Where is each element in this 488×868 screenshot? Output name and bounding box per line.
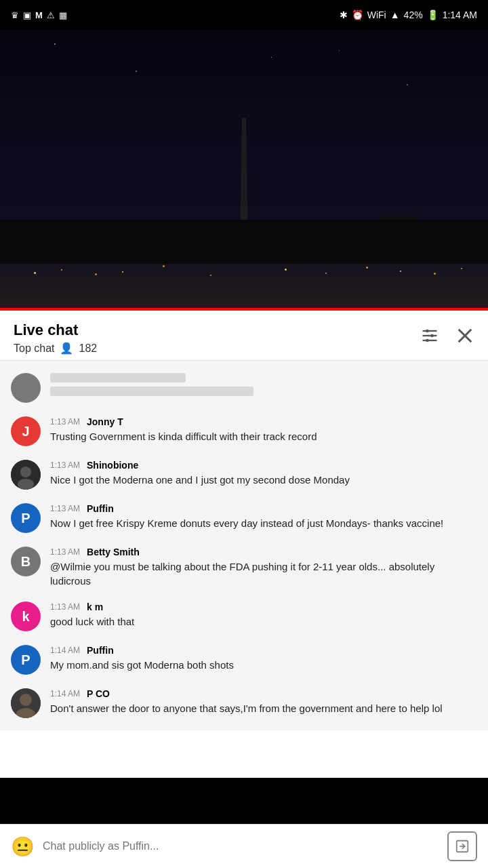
- chat-panel: Live chat Top chat 👤 182: [0, 311, 488, 778]
- battery-percent: 42%: [404, 9, 423, 20]
- message-content: 1:13 AM Shinobione Nice I got the Modern…: [50, 460, 477, 487]
- message-text: @Wilmie you must be talking about the FD…: [50, 559, 477, 588]
- send-button[interactable]: [447, 831, 477, 861]
- list-item: B 1:13 AM Betty Smith @Wilmie you must b…: [0, 540, 488, 595]
- message-content: 1:13 AM Jonny T Trusting Government is k…: [50, 416, 477, 443]
- avatar: P: [11, 645, 41, 675]
- message-text: Now I get free Krispy Kreme donuts every…: [50, 516, 477, 530]
- message-content: 1:13 AM Puffin Now I get free Krispy Kre…: [50, 503, 477, 530]
- wifi-icon: WiFi: [367, 9, 386, 20]
- video-player[interactable]: [0, 30, 488, 308]
- status-icons-right: ✱ ⏰ WiFi ▲ 42% 🔋 1:14 AM: [340, 9, 477, 20]
- list-item: P 1:13 AM Puffin Now I get free Krispy K…: [0, 496, 488, 540]
- chat-input[interactable]: [43, 840, 439, 852]
- message-content: 1:13 AM Betty Smith @Wilmie you must be …: [50, 547, 477, 588]
- message-content: 1:14 AM Puffin My mom.and sis got Modern…: [50, 645, 477, 672]
- message-text: good luck with that: [50, 614, 477, 629]
- message-text: Don't answer the door to anyone that say…: [50, 701, 477, 715]
- avatar: B: [11, 547, 41, 576]
- chat-header-right: [420, 326, 474, 350]
- filter-icon[interactable]: [420, 326, 439, 350]
- svg-point-10: [18, 479, 34, 490]
- crown-icon: ♛: [11, 10, 19, 20]
- message-text: Nice I got the Moderna one and I just go…: [50, 473, 477, 487]
- list-item: 1:14 AM P CO Don't answer the door to an…: [0, 682, 488, 725]
- chat-title: Live chat: [14, 321, 97, 339]
- avatar: [11, 688, 41, 718]
- avatar: [11, 373, 41, 403]
- top-chat-label[interactable]: Top chat: [14, 342, 54, 355]
- list-item: J 1:13 AM Jonny T Trusting Government is…: [0, 410, 488, 453]
- avatar: J: [11, 416, 41, 446]
- message-content: 1:13 AM k m good luck with that: [50, 601, 477, 629]
- viewer-count: 182: [79, 342, 97, 355]
- chat-header: Live chat Top chat 👤 182: [0, 311, 488, 361]
- time-display: 1:14 AM: [443, 9, 477, 20]
- bluetooth-icon: ✱: [340, 9, 348, 20]
- image-icon: ▦: [59, 10, 67, 20]
- m-icon: M: [35, 10, 43, 20]
- message-text: My mom.and sis got Moderna both shots: [50, 658, 477, 672]
- avatar: P: [11, 503, 41, 533]
- message-author: P CO: [87, 688, 110, 699]
- message-time: 1:14 AM: [50, 646, 80, 655]
- svg-point-3: [426, 330, 429, 333]
- message-author: k m: [87, 601, 103, 612]
- message-author: Puffin: [87, 645, 114, 656]
- message-time: 1:13 AM: [50, 460, 80, 470]
- message-time: 1:13 AM: [50, 417, 80, 427]
- chat-subtitle: Top chat 👤 182: [14, 342, 97, 355]
- message-meta: 1:14 AM Puffin: [50, 645, 477, 656]
- folder-icon: ▣: [23, 10, 31, 20]
- chat-header-left: Live chat Top chat 👤 182: [14, 321, 97, 355]
- avatar: k: [11, 601, 41, 631]
- message-author: Betty Smith: [87, 547, 140, 557]
- avatar: [11, 460, 41, 490]
- battery-icon: 🔋: [427, 9, 439, 20]
- svg-point-9: [20, 467, 31, 477]
- message-content: [50, 373, 477, 396]
- message-time: 1:13 AM: [50, 602, 80, 612]
- status-bar: ♛ ▣ M ⚠ ▦ ✱ ⏰ WiFi ▲ 42% 🔋 1:14 AM: [0, 0, 488, 30]
- message-time: 1:13 AM: [50, 547, 80, 557]
- message-text: Trusting Government is kinda difficult w…: [50, 429, 477, 443]
- message-meta: 1:14 AM P CO: [50, 688, 477, 699]
- message-author: Shinobione: [87, 460, 138, 471]
- message-meta: 1:13 AM Betty Smith: [50, 547, 477, 557]
- message-meta: 1:13 AM Shinobione: [50, 460, 477, 471]
- message-author: Jonny T: [87, 416, 123, 427]
- viewer-icon: 👤: [60, 342, 73, 355]
- message-author: Puffin: [87, 503, 114, 514]
- svg-point-4: [430, 334, 434, 338]
- status-icons-left: ♛ ▣ M ⚠ ▦: [11, 10, 67, 20]
- svg-point-5: [426, 339, 429, 342]
- chat-input-bar: 😐: [0, 824, 488, 868]
- message-time: 1:13 AM: [50, 504, 80, 513]
- close-button[interactable]: [455, 326, 474, 350]
- alarm-icon: ⏰: [352, 9, 363, 20]
- message-meta: 1:13 AM Jonny T: [50, 416, 477, 427]
- warning-icon: ⚠: [47, 10, 55, 20]
- message-time: 1:14 AM: [50, 689, 80, 698]
- svg-point-12: [20, 694, 32, 706]
- emoji-button[interactable]: 😐: [11, 835, 35, 858]
- message-meta: 1:13 AM k m: [50, 601, 477, 612]
- list-item: [0, 366, 488, 410]
- message-meta: 1:13 AM Puffin: [50, 503, 477, 514]
- signal-icon: ▲: [390, 9, 400, 20]
- chat-messages-list: J 1:13 AM Jonny T Trusting Government is…: [0, 361, 488, 778]
- list-item: P 1:14 AM Puffin My mom.and sis got Mode…: [0, 638, 488, 682]
- message-content: 1:14 AM P CO Don't answer the door to an…: [50, 688, 477, 715]
- list-item: 1:13 AM Shinobione Nice I got the Modern…: [0, 453, 488, 496]
- list-item: k 1:13 AM k m good luck with that: [0, 595, 488, 638]
